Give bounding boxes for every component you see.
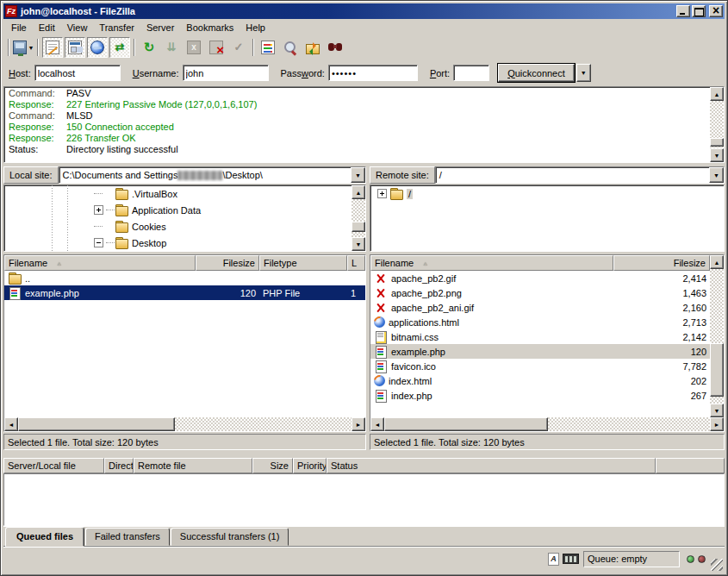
local-site-dropdown-arrow-icon[interactable]: ▼ <box>351 167 365 183</box>
tree-item[interactable]: Desktop <box>4 235 352 251</box>
toggle-message-log-button[interactable] <box>42 37 63 58</box>
menu-bookmarks[interactable]: Bookmarks <box>180 21 240 34</box>
queue-body[interactable] <box>3 473 725 526</box>
column-direction[interactable]: Directi... <box>104 458 134 473</box>
column-filesize[interactable]: Filesize <box>613 255 710 271</box>
tab-queued-files[interactable]: Queued files <box>5 527 84 547</box>
tab-failed-transfers[interactable]: Failed transfers <box>85 528 170 546</box>
site-manager-dropdown-arrow-icon[interactable]: ▼ <box>28 45 34 51</box>
expand-icon[interactable] <box>94 205 103 215</box>
php-file-icon <box>374 346 388 358</box>
menu-file[interactable]: File <box>5 21 33 34</box>
menu-view[interactable]: View <box>61 21 94 34</box>
column-server-local-file[interactable]: Server/Local file <box>3 458 104 473</box>
column-status[interactable]: Status <box>327 458 656 473</box>
local-site-combobox[interactable]: C:\Documents and Settings\Desktop\ ▼ <box>59 166 366 184</box>
quickconnect-button[interactable]: Quickconnect <box>498 64 575 82</box>
list-item[interactable]: applications.html2,713 <box>370 315 710 329</box>
refresh-button[interactable]: ↻ <box>139 37 159 58</box>
scroll-down-icon[interactable]: ▼ <box>710 404 724 417</box>
local-list-hscrollbar[interactable]: ◄ ► <box>4 417 365 431</box>
disconnect-button[interactable] <box>206 37 227 58</box>
collapse-icon[interactable] <box>94 238 103 247</box>
scroll-up-icon[interactable]: ▲ <box>710 87 724 101</box>
menu-help[interactable]: Help <box>240 21 271 34</box>
scroll-left-icon[interactable]: ◄ <box>4 417 18 431</box>
list-item[interactable]: index.html202 <box>370 373 710 388</box>
username-label: Username: <box>133 68 179 78</box>
list-item[interactable]: apache_pb2.gif2,414 <box>370 271 710 285</box>
synchronized-browsing-icon <box>306 44 320 54</box>
resize-grip[interactable] <box>711 559 723 571</box>
tree-item[interactable]: Application Data <box>4 202 352 218</box>
column-priority[interactable]: Priority <box>293 458 327 473</box>
host-input[interactable] <box>34 65 121 81</box>
toggle-local-tree-button[interactable] <box>65 37 85 58</box>
column-last-modified[interactable]: L <box>347 255 365 271</box>
status-led-red-icon <box>698 555 706 563</box>
find-files-button[interactable] <box>325 37 345 58</box>
scroll-thumb[interactable] <box>18 417 175 431</box>
menu-transfer[interactable]: Transfer <box>93 21 140 34</box>
list-item[interactable]: index.php267 <box>370 388 710 403</box>
scroll-thumb[interactable] <box>384 417 548 431</box>
list-item[interactable]: favicon.ico7,782 <box>370 359 710 373</box>
scroll-thumb[interactable] <box>352 222 365 232</box>
local-tree-scrollbar[interactable]: ▲ ▼ <box>352 185 365 251</box>
scroll-left-icon[interactable]: ◄ <box>370 417 384 431</box>
directory-compare-button[interactable] <box>280 37 301 58</box>
cancel-icon: x <box>187 41 201 54</box>
queue-tabs: Queued files Failed transfers Successful… <box>3 526 725 546</box>
speed-limit-icon[interactable] <box>563 554 579 564</box>
queue-header: Server/Local file Directi... Remote file… <box>3 458 725 473</box>
column-remote-file[interactable]: Remote file <box>134 458 252 473</box>
scroll-thumb[interactable] <box>710 138 724 147</box>
remote-site-combobox[interactable]: / ▼ <box>435 166 725 184</box>
list-item[interactable]: apache_pb2_ani.gif2,160 <box>370 300 710 315</box>
maximize-button[interactable] <box>692 5 706 17</box>
close-button[interactable] <box>709 5 723 17</box>
password-input[interactable] <box>328 65 418 81</box>
reconnect-button[interactable]: ✓ <box>228 37 249 58</box>
column-filename[interactable]: Filename▲ <box>370 255 613 271</box>
tree-item[interactable]: Cookies <box>4 218 352 235</box>
column-filesize[interactable]: Filesize <box>196 255 259 271</box>
quickconnect-dropdown-arrow-icon[interactable]: ▼ <box>576 64 591 82</box>
process-queue-button[interactable]: ⇊ <box>161 37 182 58</box>
list-item[interactable]: apache_pb2.png1,463 <box>370 285 710 300</box>
minimize-button[interactable] <box>676 5 690 17</box>
tab-successful-transfers[interactable]: Successful transfers (1) <box>171 528 289 546</box>
list-item-selected[interactable]: example.php 120 PHP File 1 <box>4 285 365 300</box>
port-input[interactable] <box>453 65 489 81</box>
scroll-up-icon[interactable]: ▲ <box>710 255 724 269</box>
quickconnect-bar: Host: Username: Password: Port: Quickcon… <box>3 59 725 86</box>
menu-server[interactable]: Server <box>140 21 180 34</box>
remote-list-scrollbar[interactable]: ▲ ▼ <box>710 255 724 417</box>
list-item[interactable]: bitnami.css2,142 <box>370 329 710 344</box>
list-item-selected[interactable]: example.php120 <box>370 344 710 359</box>
remote-list-hscrollbar[interactable]: ◄ ► <box>370 417 724 431</box>
username-input[interactable] <box>183 65 269 81</box>
scroll-thumb[interactable] <box>710 343 724 397</box>
cancel-operation-button[interactable]: x <box>184 37 204 58</box>
scroll-up-icon[interactable]: ▲ <box>352 185 365 199</box>
tree-item[interactable]: .VirtualBox <box>4 185 352 202</box>
scroll-down-icon[interactable]: ▼ <box>710 148 724 162</box>
site-manager-button[interactable]: ▼ <box>13 37 34 58</box>
menu-edit[interactable]: Edit <box>33 21 61 34</box>
toggle-transfer-queue-button[interactable]: ⇄ <box>109 37 130 58</box>
tree-item-root[interactable]: / <box>370 185 724 202</box>
synchronized-browsing-button[interactable] <box>302 37 323 58</box>
toggle-remote-tree-button[interactable] <box>87 37 108 58</box>
scroll-down-icon[interactable]: ▼ <box>352 237 365 251</box>
column-size[interactable]: Size <box>252 458 293 473</box>
scroll-right-icon[interactable]: ► <box>352 417 365 431</box>
list-item-updir[interactable]: .. <box>4 271 365 285</box>
remote-site-dropdown-arrow-icon[interactable]: ▼ <box>709 167 724 183</box>
directory-filter-button[interactable] <box>258 37 278 58</box>
expand-icon[interactable] <box>377 189 387 198</box>
log-scrollbar[interactable]: ▲ ▼ <box>710 87 724 162</box>
scroll-right-icon[interactable]: ► <box>710 417 724 431</box>
column-filetype[interactable]: Filetype <box>259 255 347 271</box>
column-filename[interactable]: Filename▲ <box>4 255 196 271</box>
